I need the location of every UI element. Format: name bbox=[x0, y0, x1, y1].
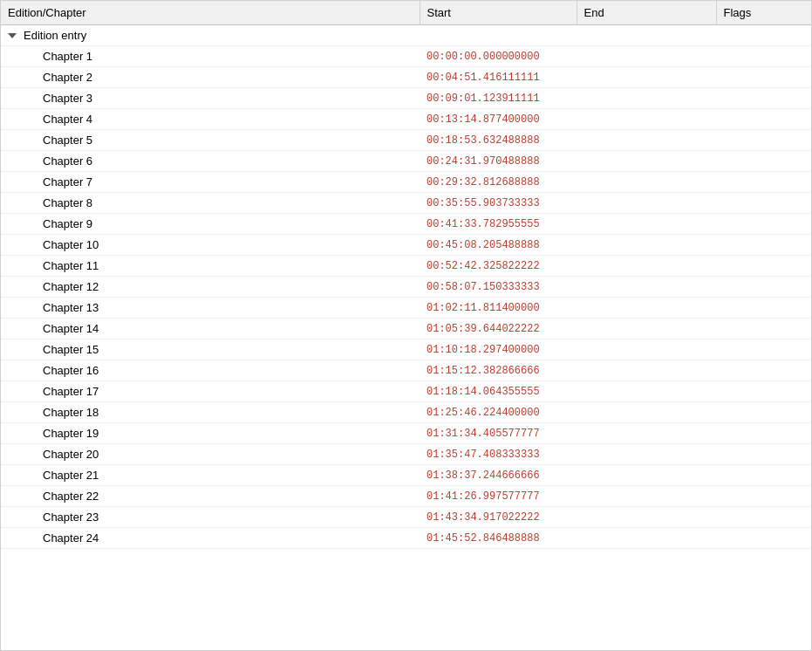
chapter-start-cell: 01:31:34.405577777 bbox=[420, 423, 577, 444]
chapter-flags-cell bbox=[716, 256, 812, 277]
chapter-end-cell bbox=[577, 486, 716, 507]
chapter-end-cell bbox=[577, 339, 716, 360]
chapter-start-cell: 01:35:47.408333333 bbox=[420, 444, 577, 465]
chapter-end-cell bbox=[577, 444, 716, 465]
chapter-name-cell: Chapter 21 bbox=[1, 465, 420, 486]
edition-chapter-header: Edition/Chapter bbox=[1, 1, 420, 25]
table-row[interactable]: Chapter 600:24:31.970488888 bbox=[1, 151, 812, 172]
chapter-end-cell bbox=[577, 235, 716, 256]
chapter-start-cell: 01:43:34.917022222 bbox=[420, 507, 577, 528]
chapter-end-cell bbox=[577, 298, 716, 319]
table-row[interactable]: Chapter 2201:41:26.997577777 bbox=[1, 486, 812, 507]
table-row[interactable]: Chapter 100:00:00.000000000 bbox=[1, 46, 812, 67]
table-row[interactable]: Chapter 1601:15:12.382866666 bbox=[1, 360, 812, 381]
chapter-end-cell bbox=[577, 46, 716, 67]
flags-header: Flags bbox=[716, 1, 812, 25]
chevron-down-icon bbox=[8, 33, 17, 38]
chapter-end-cell bbox=[577, 67, 716, 88]
edition-entry-end bbox=[577, 25, 716, 46]
table-row[interactable]: Chapter 800:35:55.903733333 bbox=[1, 193, 812, 214]
table-row[interactable]: Chapter 2401:45:52.846488888 bbox=[1, 528, 812, 549]
chapter-flags-cell bbox=[716, 235, 812, 256]
table-row[interactable]: Chapter 700:29:32.812688888 bbox=[1, 172, 812, 193]
chapter-name-cell: Chapter 23 bbox=[1, 507, 420, 528]
table-row[interactable]: Chapter 1100:52:42.325822222 bbox=[1, 256, 812, 277]
chapter-start-cell: 01:02:11.811400000 bbox=[420, 298, 577, 319]
chapter-flags-cell bbox=[716, 151, 812, 172]
chapter-start-cell: 01:15:12.382866666 bbox=[420, 360, 577, 381]
chapter-name-cell: Chapter 24 bbox=[1, 528, 420, 549]
chapter-start-cell: 00:35:55.903733333 bbox=[420, 193, 577, 214]
chapter-name-cell: Chapter 4 bbox=[1, 109, 420, 130]
chapter-name-cell: Chapter 1 bbox=[1, 46, 420, 67]
table-row[interactable]: Chapter 300:09:01.123911111 bbox=[1, 88, 812, 109]
chapter-flags-cell bbox=[716, 214, 812, 235]
chapter-start-cell: 01:41:26.997577777 bbox=[420, 486, 577, 507]
chapter-flags-cell bbox=[716, 193, 812, 214]
table-row[interactable]: Chapter 400:13:14.877400000 bbox=[1, 109, 812, 130]
end-header: End bbox=[577, 1, 716, 25]
chapter-end-cell bbox=[577, 277, 716, 298]
table-row[interactable]: Chapter 200:04:51.416111111 bbox=[1, 67, 812, 88]
edition-entry-row[interactable]: Edition entry bbox=[1, 25, 812, 46]
chapter-start-cell: 00:09:01.123911111 bbox=[420, 88, 577, 109]
chapter-end-cell bbox=[577, 360, 716, 381]
chapter-name-cell: Chapter 20 bbox=[1, 444, 420, 465]
table-row[interactable]: Chapter 2001:35:47.408333333 bbox=[1, 444, 812, 465]
chapter-flags-cell bbox=[716, 339, 812, 360]
chapter-name-cell: Chapter 18 bbox=[1, 402, 420, 423]
chapter-start-cell: 00:41:33.782955555 bbox=[420, 214, 577, 235]
chapter-name-cell: Chapter 6 bbox=[1, 151, 420, 172]
chapter-end-cell bbox=[577, 88, 716, 109]
chapter-end-cell bbox=[577, 109, 716, 130]
table-header-row: Edition/Chapter Start End Flags bbox=[1, 1, 812, 25]
chapter-end-cell bbox=[577, 256, 716, 277]
chapter-name-cell: Chapter 12 bbox=[1, 277, 420, 298]
chapter-end-cell bbox=[577, 151, 716, 172]
table-row[interactable]: Chapter 1301:02:11.811400000 bbox=[1, 298, 812, 319]
table-row[interactable]: Chapter 1501:10:18.297400000 bbox=[1, 339, 812, 360]
chapter-flags-cell bbox=[716, 298, 812, 319]
table-row[interactable]: Chapter 500:18:53.632488888 bbox=[1, 130, 812, 151]
table-row[interactable]: Chapter 1401:05:39.644022222 bbox=[1, 319, 812, 339]
chapter-start-cell: 01:10:18.297400000 bbox=[420, 339, 577, 360]
table-row[interactable]: Chapter 2301:43:34.917022222 bbox=[1, 507, 812, 528]
chapter-end-cell bbox=[577, 130, 716, 151]
chapter-flags-cell bbox=[716, 360, 812, 381]
table-row[interactable]: Chapter 1701:18:14.064355555 bbox=[1, 381, 812, 402]
chapter-start-cell: 00:13:14.877400000 bbox=[420, 109, 577, 130]
chapter-start-cell: 01:25:46.224400000 bbox=[420, 402, 577, 423]
table-row[interactable]: Chapter 2101:38:37.244666666 bbox=[1, 465, 812, 486]
chapter-end-cell bbox=[577, 172, 716, 193]
chapter-table-container[interactable]: Edition/Chapter Start End Flags Edition … bbox=[0, 0, 812, 651]
chapter-end-cell bbox=[577, 381, 716, 402]
chapter-name-cell: Chapter 10 bbox=[1, 235, 420, 256]
table-row[interactable]: Chapter 1000:45:08.205488888 bbox=[1, 235, 812, 256]
chapter-name-cell: Chapter 13 bbox=[1, 298, 420, 319]
chapter-flags-cell bbox=[716, 109, 812, 130]
chapter-start-cell: 01:05:39.644022222 bbox=[420, 319, 577, 339]
chapter-start-cell: 00:52:42.325822222 bbox=[420, 256, 577, 277]
chapter-start-cell: 00:04:51.416111111 bbox=[420, 67, 577, 88]
chapter-table: Edition/Chapter Start End Flags Edition … bbox=[1, 1, 812, 549]
chapter-start-cell: 01:38:37.244666666 bbox=[420, 465, 577, 486]
table-row[interactable]: Chapter 1200:58:07.150333333 bbox=[1, 277, 812, 298]
chapter-end-cell bbox=[577, 507, 716, 528]
table-row[interactable]: Chapter 1901:31:34.405577777 bbox=[1, 423, 812, 444]
chapter-flags-cell bbox=[716, 46, 812, 67]
table-row[interactable]: Chapter 900:41:33.782955555 bbox=[1, 214, 812, 235]
chapter-name-cell: Chapter 5 bbox=[1, 130, 420, 151]
chapter-end-cell bbox=[577, 319, 716, 339]
edition-entry-cell: Edition entry bbox=[1, 25, 420, 46]
chapter-start-cell: 00:29:32.812688888 bbox=[420, 172, 577, 193]
chapter-name-cell: Chapter 8 bbox=[1, 193, 420, 214]
chapter-name-cell: Chapter 11 bbox=[1, 256, 420, 277]
chapter-start-cell: 01:18:14.064355555 bbox=[420, 381, 577, 402]
chapter-start-cell: 00:18:53.632488888 bbox=[420, 130, 577, 151]
chapter-flags-cell bbox=[716, 277, 812, 298]
table-row[interactable]: Chapter 1801:25:46.224400000 bbox=[1, 402, 812, 423]
chapter-name-cell: Chapter 3 bbox=[1, 88, 420, 109]
edition-entry-flags bbox=[716, 25, 812, 46]
chapter-end-cell bbox=[577, 402, 716, 423]
chapter-start-cell: 00:45:08.205488888 bbox=[420, 235, 577, 256]
